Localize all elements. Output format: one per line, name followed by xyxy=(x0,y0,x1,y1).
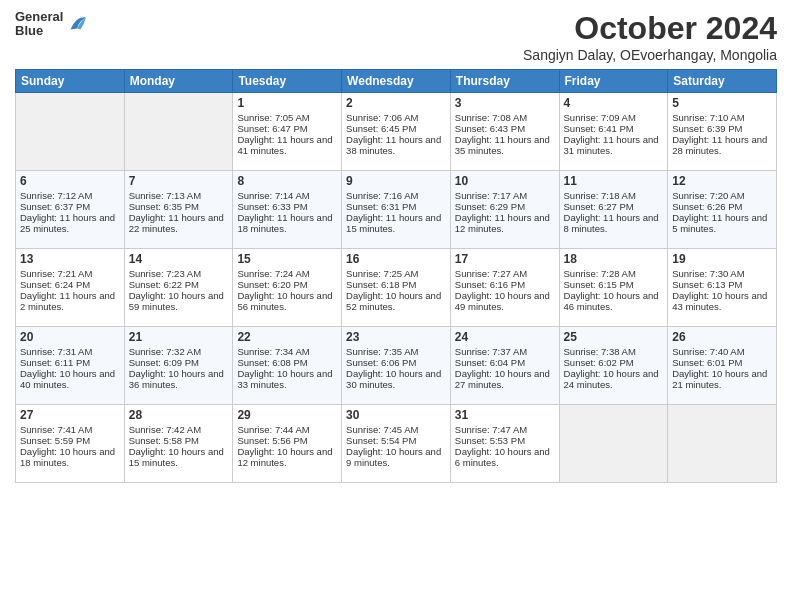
day-number: 11 xyxy=(564,174,664,188)
cell-content: Sunrise: 7:12 AM xyxy=(20,190,120,201)
cell-content: Sunrise: 7:40 AM xyxy=(672,346,772,357)
cell-content: Sunrise: 7:35 AM xyxy=(346,346,446,357)
cell-content: Daylight: 11 hours and 38 minutes. xyxy=(346,134,446,156)
table-row: 28Sunrise: 7:42 AMSunset: 5:58 PMDayligh… xyxy=(124,405,233,483)
cell-content: Sunset: 5:53 PM xyxy=(455,435,555,446)
cell-content: Daylight: 10 hours and 9 minutes. xyxy=(346,446,446,468)
day-number: 1 xyxy=(237,96,337,110)
logo-general: General xyxy=(15,10,63,24)
day-number: 7 xyxy=(129,174,229,188)
cell-content: Sunrise: 7:45 AM xyxy=(346,424,446,435)
table-row: 31Sunrise: 7:47 AMSunset: 5:53 PMDayligh… xyxy=(450,405,559,483)
table-row: 23Sunrise: 7:35 AMSunset: 6:06 PMDayligh… xyxy=(342,327,451,405)
day-number: 9 xyxy=(346,174,446,188)
cell-content: Sunrise: 7:18 AM xyxy=(564,190,664,201)
cell-content: Sunset: 6:39 PM xyxy=(672,123,772,134)
header: General Blue October 2024 Sangiyn Dalay,… xyxy=(15,10,777,63)
cell-content: Sunset: 6:35 PM xyxy=(129,201,229,212)
cell-content: Sunset: 6:29 PM xyxy=(455,201,555,212)
cell-content: Sunset: 5:56 PM xyxy=(237,435,337,446)
cell-content: Sunset: 6:41 PM xyxy=(564,123,664,134)
table-row: 18Sunrise: 7:28 AMSunset: 6:15 PMDayligh… xyxy=(559,249,668,327)
col-saturday: Saturday xyxy=(668,70,777,93)
day-number: 2 xyxy=(346,96,446,110)
cell-content: Daylight: 10 hours and 18 minutes. xyxy=(20,446,120,468)
day-number: 4 xyxy=(564,96,664,110)
table-row xyxy=(559,405,668,483)
day-number: 20 xyxy=(20,330,120,344)
cell-content: Sunset: 6:24 PM xyxy=(20,279,120,290)
cell-content: Daylight: 11 hours and 35 minutes. xyxy=(455,134,555,156)
cell-content: Sunrise: 7:44 AM xyxy=(237,424,337,435)
day-number: 6 xyxy=(20,174,120,188)
day-number: 13 xyxy=(20,252,120,266)
col-wednesday: Wednesday xyxy=(342,70,451,93)
cell-content: Sunset: 6:27 PM xyxy=(564,201,664,212)
cell-content: Sunrise: 7:06 AM xyxy=(346,112,446,123)
cell-content: Sunset: 6:15 PM xyxy=(564,279,664,290)
logo-area: General Blue xyxy=(15,10,87,39)
col-tuesday: Tuesday xyxy=(233,70,342,93)
cell-content: Daylight: 10 hours and 43 minutes. xyxy=(672,290,772,312)
calendar-table: Sunday Monday Tuesday Wednesday Thursday… xyxy=(15,69,777,483)
col-thursday: Thursday xyxy=(450,70,559,93)
cell-content: Sunrise: 7:24 AM xyxy=(237,268,337,279)
cell-content: Sunset: 6:16 PM xyxy=(455,279,555,290)
cell-content: Sunrise: 7:17 AM xyxy=(455,190,555,201)
day-number: 18 xyxy=(564,252,664,266)
day-number: 31 xyxy=(455,408,555,422)
cell-content: Sunrise: 7:16 AM xyxy=(346,190,446,201)
table-row: 10Sunrise: 7:17 AMSunset: 6:29 PMDayligh… xyxy=(450,171,559,249)
cell-content: Sunset: 6:01 PM xyxy=(672,357,772,368)
cell-content: Daylight: 10 hours and 36 minutes. xyxy=(129,368,229,390)
table-row: 17Sunrise: 7:27 AMSunset: 6:16 PMDayligh… xyxy=(450,249,559,327)
cell-content: Daylight: 10 hours and 40 minutes. xyxy=(20,368,120,390)
table-row: 8Sunrise: 7:14 AMSunset: 6:33 PMDaylight… xyxy=(233,171,342,249)
cell-content: Sunrise: 7:08 AM xyxy=(455,112,555,123)
day-number: 5 xyxy=(672,96,772,110)
cell-content: Sunrise: 7:41 AM xyxy=(20,424,120,435)
cell-content: Daylight: 11 hours and 18 minutes. xyxy=(237,212,337,234)
day-number: 8 xyxy=(237,174,337,188)
cell-content: Daylight: 10 hours and 27 minutes. xyxy=(455,368,555,390)
day-number: 27 xyxy=(20,408,120,422)
cell-content: Sunrise: 7:37 AM xyxy=(455,346,555,357)
table-row: 15Sunrise: 7:24 AMSunset: 6:20 PMDayligh… xyxy=(233,249,342,327)
cell-content: Sunset: 5:58 PM xyxy=(129,435,229,446)
table-row: 14Sunrise: 7:23 AMSunset: 6:22 PMDayligh… xyxy=(124,249,233,327)
day-number: 10 xyxy=(455,174,555,188)
cell-content: Sunset: 6:08 PM xyxy=(237,357,337,368)
table-row: 19Sunrise: 7:30 AMSunset: 6:13 PMDayligh… xyxy=(668,249,777,327)
day-number: 26 xyxy=(672,330,772,344)
month-title: October 2024 xyxy=(523,10,777,47)
day-number: 19 xyxy=(672,252,772,266)
cell-content: Sunrise: 7:47 AM xyxy=(455,424,555,435)
day-number: 14 xyxy=(129,252,229,266)
cell-content: Sunset: 6:37 PM xyxy=(20,201,120,212)
cell-content: Daylight: 10 hours and 15 minutes. xyxy=(129,446,229,468)
table-row: 3Sunrise: 7:08 AMSunset: 6:43 PMDaylight… xyxy=(450,93,559,171)
cell-content: Sunset: 6:26 PM xyxy=(672,201,772,212)
table-row: 20Sunrise: 7:31 AMSunset: 6:11 PMDayligh… xyxy=(16,327,125,405)
cell-content: Sunrise: 7:31 AM xyxy=(20,346,120,357)
cell-content: Sunset: 5:54 PM xyxy=(346,435,446,446)
day-number: 21 xyxy=(129,330,229,344)
day-number: 22 xyxy=(237,330,337,344)
col-monday: Monday xyxy=(124,70,233,93)
cell-content: Daylight: 11 hours and 31 minutes. xyxy=(564,134,664,156)
cell-content: Daylight: 10 hours and 33 minutes. xyxy=(237,368,337,390)
table-row: 26Sunrise: 7:40 AMSunset: 6:01 PMDayligh… xyxy=(668,327,777,405)
day-number: 3 xyxy=(455,96,555,110)
cell-content: Daylight: 11 hours and 22 minutes. xyxy=(129,212,229,234)
cell-content: Daylight: 10 hours and 12 minutes. xyxy=(237,446,337,468)
cell-content: Daylight: 11 hours and 12 minutes. xyxy=(455,212,555,234)
cell-content: Sunset: 6:13 PM xyxy=(672,279,772,290)
cell-content: Daylight: 11 hours and 15 minutes. xyxy=(346,212,446,234)
day-number: 17 xyxy=(455,252,555,266)
cell-content: Sunset: 6:11 PM xyxy=(20,357,120,368)
table-row: 30Sunrise: 7:45 AMSunset: 5:54 PMDayligh… xyxy=(342,405,451,483)
cell-content: Sunrise: 7:34 AM xyxy=(237,346,337,357)
cell-content: Sunrise: 7:30 AM xyxy=(672,268,772,279)
logo-text: General Blue xyxy=(15,10,63,39)
day-number: 29 xyxy=(237,408,337,422)
